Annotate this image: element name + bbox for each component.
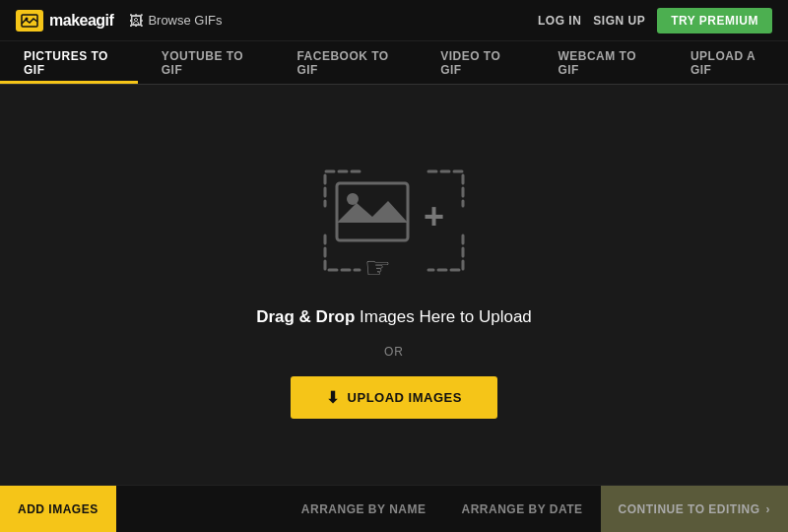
continue-label: CONTINUE TO EDITING — [619, 502, 760, 516]
tab-pictures-to-gif[interactable]: PICTURES TO GIF — [0, 41, 138, 84]
upload-images-label: UPLOAD IMAGES — [348, 390, 462, 405]
signup-button[interactable]: SIGN UP — [593, 14, 645, 28]
svg-text:☞: ☞ — [364, 251, 391, 284]
dashed-frame-icon: + ☞ — [305, 152, 483, 290]
tab-facebook-to-gif[interactable]: FACEBOOK TO GIF — [273, 41, 417, 84]
main-content: + ☞ Drag & Drop Images Here to Upload OR… — [0, 85, 788, 485]
logo-text: makeagif — [49, 12, 113, 30]
arrange-by-name-button[interactable]: ARRANGE BY NAME — [284, 486, 444, 532]
tab-upload-a-gif[interactable]: UPLOAD A GIF — [667, 41, 788, 84]
tab-video-to-gif[interactable]: VIDEO TO GIF — [417, 41, 534, 84]
image-icon: 🖼 — [129, 13, 143, 29]
continue-arrow-icon: › — [766, 502, 771, 516]
drag-drop-text: Drag & Drop Images Here to Upload — [256, 307, 532, 327]
bottom-bar: ADD IMAGES ARRANGE BY NAME ARRANGE BY DA… — [0, 485, 788, 532]
header: makeagif 🖼 Browse GIFs LOG IN SIGN UP TR… — [0, 0, 788, 41]
continue-to-editing-button[interactable]: CONTINUE TO EDITING › — [601, 486, 788, 532]
drag-drop-rest: Images Here to Upload — [355, 307, 532, 326]
header-left: makeagif 🖼 Browse GIFs — [16, 10, 223, 32]
header-right: LOG IN SIGN UP TRY PREMIUM — [538, 8, 772, 33]
svg-text:+: + — [424, 196, 444, 236]
nav-tabs: PICTURES TO GIF YOUTUBE TO GIF FACEBOOK … — [0, 41, 788, 85]
tab-youtube-to-gif[interactable]: YOUTUBE TO GIF — [138, 41, 274, 84]
browse-gifs-label: Browse GIFs — [148, 13, 222, 28]
upload-images-button[interactable]: ⬇ UPLOAD IMAGES — [291, 376, 497, 419]
login-button[interactable]: LOG IN — [538, 14, 581, 28]
browse-gifs-link[interactable]: 🖼 Browse GIFs — [129, 13, 222, 29]
logo-icon — [16, 10, 43, 32]
add-images-button[interactable]: ADD IMAGES — [0, 486, 116, 532]
tab-webcam-to-gif[interactable]: WEBCAM TO GIF — [534, 41, 666, 84]
drop-icon-area: + ☞ — [305, 152, 483, 290]
try-premium-button[interactable]: TRY PREMIUM — [657, 8, 772, 33]
arrange-by-date-button[interactable]: ARRANGE BY DATE — [443, 486, 600, 532]
drop-zone[interactable]: + ☞ Drag & Drop Images Here to Upload OR… — [256, 152, 532, 419]
drag-drop-bold: Drag & Drop — [256, 307, 355, 326]
or-divider: OR — [384, 345, 404, 359]
logo[interactable]: makeagif — [16, 10, 113, 32]
bottom-right-actions: ARRANGE BY NAME ARRANGE BY DATE CONTINUE… — [284, 486, 788, 532]
upload-icon: ⬇ — [326, 388, 340, 407]
